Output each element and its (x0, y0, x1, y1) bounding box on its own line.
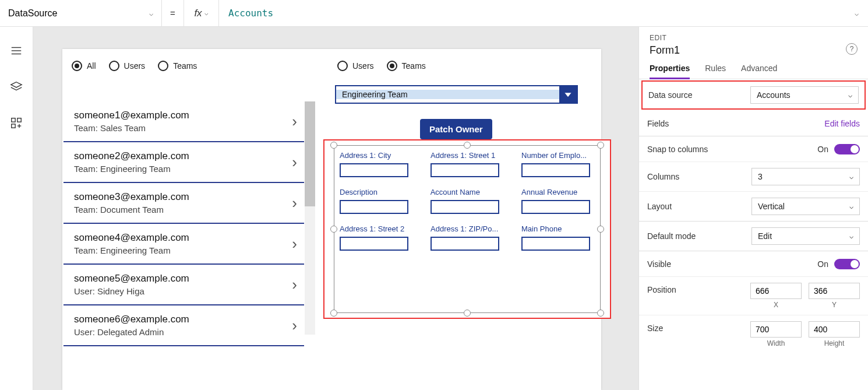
chevron-down-icon: ⌵ (848, 91, 852, 99)
chevron-right-icon: › (292, 194, 297, 212)
field-label: Address 1: Street 1 (431, 151, 504, 160)
caption: Width (750, 339, 802, 347)
position-y-input[interactable] (809, 283, 860, 299)
field-input[interactable] (431, 200, 499, 214)
position-label: Position (647, 283, 676, 294)
property-selector[interactable]: DataSource ⌵ (0, 0, 162, 26)
help-icon[interactable]: ? (846, 43, 858, 55)
tab-rules[interactable]: Rules (705, 64, 726, 79)
list-item-subtitle: Team: Engineering Team (74, 245, 189, 255)
selected-control-name: Form1 (650, 44, 858, 57)
resize-handle[interactable] (330, 226, 337, 233)
field-address1-street1[interactable]: Address 1: Street 1 (431, 151, 504, 177)
scroll-thumb[interactable] (305, 101, 315, 206)
chevron-right-icon: › (292, 113, 297, 131)
chevron-down-icon: ⌵ (849, 202, 853, 210)
radio-users-right[interactable]: Users (337, 61, 374, 71)
radio-icon (158, 61, 168, 71)
field-main-phone[interactable]: Main Phone (521, 224, 595, 251)
field-input[interactable] (340, 237, 408, 251)
list-item[interactable]: someone4@example.comTeam: Engineering Te… (63, 224, 304, 265)
svg-rect-5 (17, 118, 21, 122)
tab-properties[interactable]: Properties (650, 64, 690, 79)
dropdown-button[interactable] (559, 86, 577, 103)
radio-users[interactable]: Users (109, 61, 146, 71)
field-input[interactable] (521, 237, 590, 251)
tab-advanced[interactable]: Advanced (741, 64, 777, 79)
resize-handle[interactable] (464, 142, 471, 149)
field-account-name[interactable]: Account Name (431, 188, 504, 214)
data-source-dropdown[interactable]: Accounts ⌵ (750, 86, 859, 104)
resize-handle[interactable] (597, 310, 604, 317)
field-label: Main Phone (521, 224, 595, 233)
list-item[interactable]: someone3@example.comTeam: Document Team› (63, 183, 304, 224)
radio-icon (387, 61, 397, 71)
field-address1-city[interactable]: Address 1: City (340, 151, 413, 177)
field-input[interactable] (431, 237, 499, 251)
edit-fields-link[interactable]: Edit fields (824, 119, 860, 128)
field-description[interactable]: Description (340, 188, 413, 214)
formula-bar: DataSource ⌵ = fx ⌵ Accounts ⌵ (0, 0, 868, 27)
row-layout: Layout Vertical⌵ (639, 192, 868, 222)
field-input[interactable] (340, 163, 408, 177)
list-item[interactable]: someone2@example.comTeam: Engineering Te… (63, 142, 304, 183)
team-dropdown[interactable]: Engineering Team (335, 85, 578, 104)
field-number-of-employees[interactable]: Number of Emplo... (521, 151, 595, 177)
resize-handle[interactable] (597, 226, 604, 233)
radio-icon (72, 61, 82, 71)
fx-button[interactable]: fx ⌵ (184, 0, 219, 26)
hamburger-icon[interactable] (10, 44, 23, 57)
field-input[interactable] (521, 200, 590, 214)
list-item-title: someone4@example.com (74, 232, 189, 244)
position-x-input[interactable] (750, 283, 802, 299)
resize-handle[interactable] (330, 142, 337, 149)
fields-label: Fields (647, 119, 669, 128)
field-annual-revenue[interactable]: Annual Revenue (521, 188, 595, 214)
chevron-down-icon: ⌵ (849, 232, 853, 240)
list-scrollbar[interactable] (305, 101, 315, 335)
list-item[interactable]: someone5@example.comUser: Sidney Higa› (63, 265, 304, 305)
field-label: Address 1: City (340, 151, 413, 160)
row-columns: Columns 3⌵ (639, 162, 868, 192)
radio-teams[interactable]: Teams (158, 61, 197, 71)
size-width-input[interactable] (750, 321, 802, 338)
form1-selection[interactable]: Address 1: City Address 1: Street 1 Numb… (323, 139, 611, 319)
resize-handle[interactable] (597, 142, 604, 149)
list-item-title: someone3@example.com (74, 191, 189, 203)
field-input[interactable] (340, 200, 408, 214)
size-height-input[interactable] (809, 321, 860, 338)
row-fields: Fields Edit fields (639, 111, 868, 136)
field-address1-zip[interactable]: Address 1: ZIP/Po... (431, 224, 504, 251)
list-item-subtitle: User: Delegated Admin (74, 327, 189, 337)
layout-dropdown[interactable]: Vertical⌵ (751, 198, 860, 215)
visible-toggle[interactable] (834, 259, 860, 269)
snap-toggle[interactable] (834, 144, 860, 154)
columns-label: Columns (647, 172, 679, 181)
visible-label: Visible (647, 259, 671, 269)
chevron-right-icon: › (292, 235, 297, 253)
formula-input[interactable]: Accounts ⌵ (219, 0, 868, 26)
resize-handle[interactable] (330, 310, 337, 317)
layers-icon[interactable] (10, 80, 23, 93)
resize-handle[interactable] (464, 310, 471, 317)
svg-marker-9 (564, 93, 571, 97)
columns-dropdown[interactable]: 3⌵ (751, 168, 860, 185)
default-mode-dropdown[interactable]: Edit⌵ (751, 227, 860, 245)
list-item[interactable]: someone1@example.comTeam: Sales Team› (63, 101, 304, 142)
list-item[interactable]: someone6@example.comUser: Delegated Admi… (63, 305, 304, 346)
radio-all[interactable]: All (72, 61, 96, 71)
svg-marker-3 (11, 82, 22, 87)
field-address1-street2[interactable]: Address 1: Street 2 (340, 224, 413, 251)
radio-teams-right[interactable]: Teams (387, 61, 426, 71)
patch-owner-button[interactable]: Patch Owner (420, 119, 492, 139)
dropdown-value: Vertical (758, 202, 785, 211)
row-size: Size Width Height (639, 315, 868, 353)
components-icon[interactable] (10, 117, 23, 129)
chevron-right-icon: › (292, 317, 297, 335)
field-input[interactable] (521, 163, 590, 177)
list-item-title: someone1@example.com (74, 110, 189, 121)
field-input[interactable] (431, 163, 499, 177)
caption: Y (809, 301, 860, 309)
dropdown-value: 3 (758, 172, 763, 181)
property-selector-value: DataSource (8, 8, 58, 19)
